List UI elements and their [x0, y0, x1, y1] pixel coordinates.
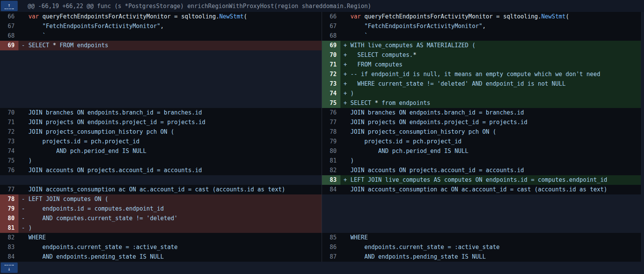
code-line: endpoints.current_state = :active_state	[18, 242, 322, 252]
line-number[interactable]: 71	[322, 60, 340, 70]
code-line: "FetchEndpointsForActivityMonitor",	[18, 22, 322, 31]
code-line: + FROM computes	[340, 60, 641, 70]
diff-row-right: 78 JOIN projects_consumption_history pch…	[322, 127, 641, 137]
diff-row-right: 87 AND endpoints.pending_state IS NULL	[322, 252, 641, 262]
line-number[interactable]: 66	[0, 12, 18, 22]
line-number[interactable]: 86	[322, 242, 340, 252]
line-number[interactable]: 71	[0, 118, 18, 127]
code-line: WHERE	[340, 233, 641, 242]
diff-row-right: 75+ SELECT * from endpoints	[322, 98, 641, 108]
line-number[interactable]: 83	[0, 242, 18, 252]
diff-row-left: 67 "FetchEndpointsForActivityMonitor",	[0, 22, 322, 31]
line-number[interactable]: 81	[0, 223, 18, 233]
code-line: var queryFetchEndpointsForActivityMonito…	[18, 12, 322, 22]
line-number[interactable]: 75	[0, 156, 18, 166]
diff-row-right: 86 endpoints.current_state = :active_sta…	[322, 242, 641, 252]
hunk-header: @@ -66,19 +66,22 @@ func (s *PostgresSto…	[28, 3, 371, 10]
code-line: - endpoints.id = computes.endpoint_id	[18, 204, 322, 214]
code-line: AND pch.period_end IS NULL	[340, 146, 641, 156]
diff-row-right: 70+ SELECT computes.*	[322, 50, 641, 60]
line-number[interactable]: 76	[322, 108, 340, 118]
line-number[interactable]: 72	[322, 70, 340, 79]
expand-up-button[interactable]: ↑	[1, 1, 18, 11]
line-number[interactable]: 83	[322, 175, 340, 185]
diff-row-left: 84 AND endpoints.pending_state IS NULL	[0, 252, 322, 262]
line-number[interactable]: 72	[0, 127, 18, 137]
diff-row-right: 72+ -- if endpoint_id is null, it means …	[322, 70, 641, 79]
diff-row-left: 72 JOIN projects_consumption_history pch…	[0, 127, 322, 137]
diff-row-right: 66 var queryFetchEndpointsForActivityMon…	[322, 12, 641, 22]
code-line: JOIN accounts_consumption ac ON ac.accou…	[18, 185, 322, 194]
code-line	[18, 89, 322, 98]
line-number[interactable]: 70	[0, 108, 18, 118]
line-number[interactable]: 77	[322, 118, 340, 127]
code-line: + -- if endpoint_id is null, it means an…	[340, 70, 641, 79]
diff-row-right: 69+ WITH live_computes AS MATERIALIZED (	[322, 41, 641, 50]
diff-row-left	[0, 50, 322, 60]
line-number[interactable]: 80	[322, 146, 340, 156]
line-number	[0, 79, 18, 89]
diff-row-right: 85 WHERE	[322, 233, 641, 242]
code-line	[340, 194, 641, 204]
line-number[interactable]: 73	[322, 79, 340, 89]
line-number[interactable]: 77	[0, 185, 18, 194]
bottom-expand-bar: ↓	[0, 262, 644, 274]
line-number[interactable]: 79	[0, 204, 18, 214]
line-number	[0, 175, 18, 185]
diff-row-right	[322, 204, 641, 214]
diff-row-left: 76 JOIN accounts ON projects.account_id …	[0, 166, 322, 175]
code-line: - AND computes.current_state != 'deleted…	[18, 214, 322, 223]
line-number[interactable]: 79	[322, 137, 340, 146]
line-number[interactable]: 76	[0, 166, 18, 175]
line-number[interactable]: 66	[322, 12, 340, 22]
line-number[interactable]: 82	[322, 166, 340, 175]
line-number[interactable]: 78	[322, 127, 340, 137]
code-line: var queryFetchEndpointsForActivityMonito…	[340, 12, 641, 22]
diff-row-right: 81 )	[322, 156, 641, 166]
code-line	[340, 223, 641, 233]
line-number[interactable]: 80	[0, 214, 18, 223]
expand-up-icon: ↑	[5, 3, 14, 9]
line-number[interactable]: 84	[0, 252, 18, 262]
line-number[interactable]: 67	[0, 22, 18, 31]
code-line	[18, 175, 322, 185]
code-line	[18, 98, 322, 108]
diff-row-left: 70 JOIN branches ON endpoints.branch_id …	[0, 108, 322, 118]
line-number[interactable]: 85	[322, 233, 340, 242]
line-number[interactable]: 70	[322, 50, 340, 60]
line-number[interactable]: 74	[322, 89, 340, 98]
line-number[interactable]: 81	[322, 156, 340, 166]
diff-pane-right: 66 var queryFetchEndpointsForActivityMon…	[322, 12, 641, 262]
line-number	[0, 98, 18, 108]
code-line	[340, 204, 641, 214]
line-number[interactable]: 75	[322, 98, 340, 108]
code-line: + SELECT * from endpoints	[340, 98, 641, 108]
code-line: JOIN accounts ON projects.account_id = a…	[340, 166, 641, 175]
line-number[interactable]: 69	[0, 41, 18, 50]
line-number	[0, 70, 18, 79]
line-number[interactable]: 78	[0, 194, 18, 204]
line-number[interactable]: 87	[322, 252, 340, 262]
diff-row-left	[0, 89, 322, 98]
diff-row-left: 77 JOIN accounts_consumption ac ON ac.ac…	[0, 185, 322, 194]
expand-down-button[interactable]: ↓	[1, 262, 18, 273]
line-number[interactable]: 74	[0, 146, 18, 156]
code-line: + WHERE current_state != 'deleted' AND e…	[340, 79, 641, 89]
split-diff: 66 var queryFetchEndpointsForActivityMon…	[0, 12, 644, 262]
scrollbar-track[interactable]	[641, 12, 644, 262]
diff-pane-left: 66 var queryFetchEndpointsForActivityMon…	[0, 12, 322, 262]
line-number[interactable]: 84	[322, 185, 340, 194]
code-line	[18, 60, 322, 70]
code-line: AND endpoints.pending_state IS NULL	[340, 252, 641, 262]
code-line: - LEFT JOIN computes ON (	[18, 194, 322, 204]
line-number[interactable]: 82	[0, 233, 18, 242]
line-number[interactable]: 68	[322, 31, 340, 41]
line-number[interactable]: 69	[322, 41, 340, 50]
line-number[interactable]: 68	[0, 31, 18, 41]
line-number[interactable]: 67	[322, 22, 340, 31]
code-line	[18, 79, 322, 89]
diff-row-left: 73 projects.id = pch.project_id	[0, 137, 322, 146]
line-number[interactable]: 73	[0, 137, 18, 146]
diff-row-right: 83+ LEFT JOIN live_computes AS computes …	[322, 175, 641, 185]
code-line: "FetchEndpointsForActivityMonitor",	[340, 22, 641, 31]
